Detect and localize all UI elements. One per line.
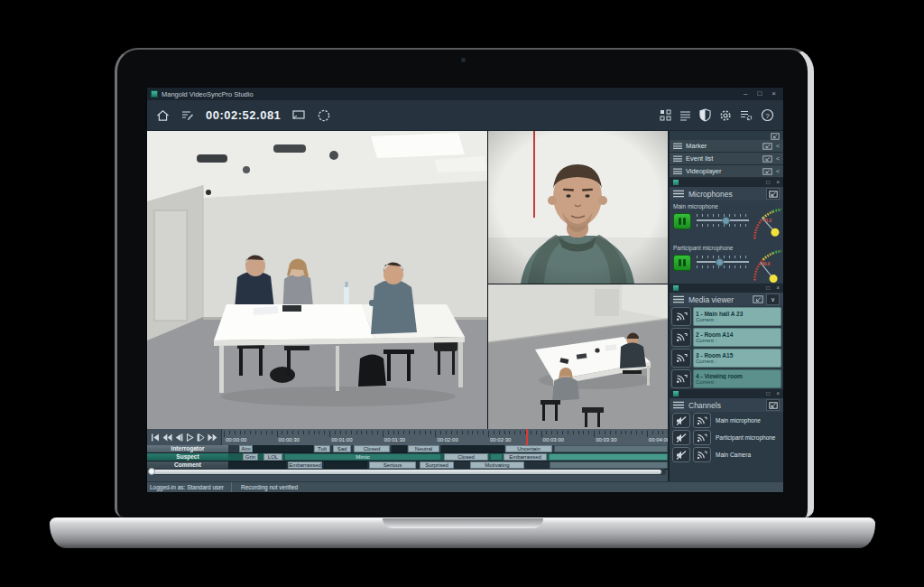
maximize-button[interactable]: □ bbox=[757, 88, 762, 100]
record-toggle-button[interactable] bbox=[673, 213, 691, 229]
media-room-4[interactable]: 4 - Viewing room Current : bbox=[670, 368, 783, 389]
cast-display-icon[interactable] bbox=[292, 110, 305, 120]
media-viewer-header[interactable]: Media viewer ∨ bbox=[670, 293, 783, 306]
mic-volume-slider[interactable] bbox=[697, 256, 749, 268]
timeline-segment[interactable] bbox=[554, 445, 668, 452]
dock-back-icon[interactable] bbox=[766, 399, 780, 411]
timeline-segment[interactable] bbox=[324, 461, 367, 469]
timeline-segment[interactable]: Neutral bbox=[408, 445, 439, 452]
popout-icon[interactable] bbox=[762, 168, 772, 175]
popout-icon[interactable] bbox=[753, 295, 763, 303]
step-back-button[interactable] bbox=[174, 432, 184, 443]
timeline-segment[interactable]: Serious bbox=[369, 461, 416, 469]
muted-speaker-icon[interactable] bbox=[672, 430, 690, 445]
timeline-segment[interactable] bbox=[490, 453, 503, 461]
collapse-chevron[interactable]: < bbox=[776, 143, 780, 149]
media-room-3[interactable]: 3 - Room A15 Current : bbox=[670, 348, 783, 368]
timeline-segment[interactable] bbox=[549, 453, 668, 461]
expand-chevron-icon[interactable]: ∨ bbox=[766, 294, 780, 305]
minimize-button[interactable]: – bbox=[744, 88, 747, 100]
record-toggle-button[interactable] bbox=[673, 255, 691, 271]
scrollbar-thumb[interactable] bbox=[150, 470, 661, 474]
panel-close-button[interactable]: × bbox=[776, 389, 780, 398]
timeline-segment[interactable] bbox=[228, 461, 286, 469]
timeline-segment[interactable] bbox=[253, 445, 313, 452]
microphones-header[interactable]: Microphones bbox=[670, 187, 783, 200]
video-suspect-closeup[interactable] bbox=[488, 131, 668, 284]
panel-restore-button[interactable]: □ bbox=[766, 178, 770, 187]
media-room-info[interactable]: 1 - Main hall A 23 Current : bbox=[693, 307, 781, 326]
video-main-room[interactable] bbox=[147, 131, 487, 429]
timeline-segment[interactable]: LOL bbox=[263, 453, 282, 461]
cast-icon[interactable] bbox=[671, 369, 691, 388]
play-button[interactable] bbox=[185, 432, 195, 443]
media-room-2[interactable]: 2 - Room A14 Current : bbox=[670, 327, 783, 348]
home-icon[interactable] bbox=[156, 109, 170, 122]
timeline-ruler[interactable]: 00:00:0000:00:3000:01:0000:01:3000:02:00… bbox=[221, 429, 668, 445]
popout-icon[interactable] bbox=[762, 143, 772, 150]
track-label[interactable]: Interrogator bbox=[147, 445, 228, 452]
protocol-edit-icon[interactable] bbox=[181, 109, 194, 121]
step-forward-button[interactable] bbox=[197, 432, 207, 443]
track-segments[interactable]: AimTultSadClosedNeutralUncertain bbox=[228, 445, 668, 452]
dock-back-icon[interactable] bbox=[766, 188, 780, 200]
muted-speaker-icon[interactable] bbox=[672, 413, 690, 428]
fast-forward-button[interactable] bbox=[208, 432, 217, 443]
timeline-segment[interactable] bbox=[550, 461, 668, 469]
scrollbar-knob[interactable] bbox=[148, 468, 155, 475]
dock-panel-event-list[interactable]: Event list < bbox=[670, 153, 783, 165]
cast-icon[interactable] bbox=[671, 328, 691, 347]
timeline-segment[interactable]: Sad bbox=[333, 445, 351, 452]
layout-grid-icon[interactable] bbox=[660, 109, 671, 121]
timeline-segment[interactable]: Tult bbox=[314, 445, 330, 452]
timeline-segment[interactable] bbox=[441, 445, 504, 452]
dock-panel-videoplayer[interactable]: Videoplayer < bbox=[670, 165, 783, 178]
slider-thumb[interactable] bbox=[722, 217, 730, 225]
timeline-segment[interactable]: Motivating bbox=[470, 461, 524, 469]
close-button[interactable]: × bbox=[772, 88, 776, 100]
cast-icon[interactable] bbox=[671, 349, 691, 368]
channel-main-microphone[interactable]: Main microphone bbox=[670, 412, 783, 429]
float-panel-icon[interactable] bbox=[771, 133, 780, 140]
timeline-segment[interactable] bbox=[392, 445, 407, 452]
channel-participant-microphone[interactable]: Participant microphone bbox=[670, 429, 783, 446]
collapse-chevron[interactable]: < bbox=[776, 155, 780, 162]
panel-restore-button[interactable]: □ bbox=[766, 389, 770, 398]
fast-rewind-button[interactable] bbox=[162, 432, 172, 443]
settings-gear-icon[interactable] bbox=[719, 109, 732, 122]
track-label[interactable]: Comment bbox=[147, 461, 228, 469]
track-segments[interactable]: EmbarrassedSeriousSurprisedMotivating bbox=[228, 461, 668, 469]
timeline-segment[interactable]: Mimic bbox=[284, 453, 441, 461]
timeline-segment[interactable]: Grin bbox=[243, 453, 258, 461]
panel-close-button[interactable]: × bbox=[776, 284, 780, 293]
cast-icon[interactable] bbox=[693, 430, 711, 445]
report-settings-icon[interactable] bbox=[740, 109, 753, 121]
timeline-segment[interactable]: Surprised bbox=[420, 461, 454, 469]
cast-icon[interactable] bbox=[693, 413, 711, 428]
slider-thumb[interactable] bbox=[716, 258, 724, 266]
timeline-segment[interactable]: Aim bbox=[239, 445, 253, 452]
panel-close-button[interactable]: × bbox=[776, 178, 780, 187]
video-viewing-room[interactable] bbox=[488, 284, 668, 429]
timeline-segment[interactable]: Closed bbox=[444, 453, 488, 461]
timeline-segment[interactable]: Embarrassed bbox=[288, 461, 322, 469]
cast-icon[interactable] bbox=[671, 307, 691, 326]
channel-main-camera[interactable]: Main Camera bbox=[670, 446, 783, 463]
dock-panel-marker[interactable]: Marker < bbox=[670, 140, 783, 153]
timeline-segment[interactable]: Closed bbox=[354, 445, 390, 452]
shield-icon[interactable] bbox=[699, 108, 711, 122]
muted-speaker-icon[interactable] bbox=[672, 447, 690, 462]
help-icon[interactable]: ? bbox=[761, 108, 774, 122]
skip-to-start-button[interactable] bbox=[151, 432, 161, 443]
track-segments[interactable]: GrinLOLMimicClosedEmbarrassed bbox=[228, 453, 668, 461]
popout-icon[interactable] bbox=[762, 155, 772, 163]
media-room-info[interactable]: 3 - Room A15 Current : bbox=[693, 349, 781, 368]
media-room-1[interactable]: 1 - Main hall A 23 Current : bbox=[670, 306, 783, 327]
timeline-scrollbar[interactable] bbox=[149, 469, 666, 475]
cast-icon[interactable] bbox=[693, 447, 711, 462]
track-label[interactable]: Suspect bbox=[147, 453, 228, 461]
sync-ring-icon[interactable] bbox=[317, 108, 331, 123]
mic-volume-slider[interactable] bbox=[697, 214, 749, 227]
media-room-info[interactable]: 2 - Room A14 Current : bbox=[693, 328, 781, 347]
playhead[interactable] bbox=[526, 429, 528, 445]
